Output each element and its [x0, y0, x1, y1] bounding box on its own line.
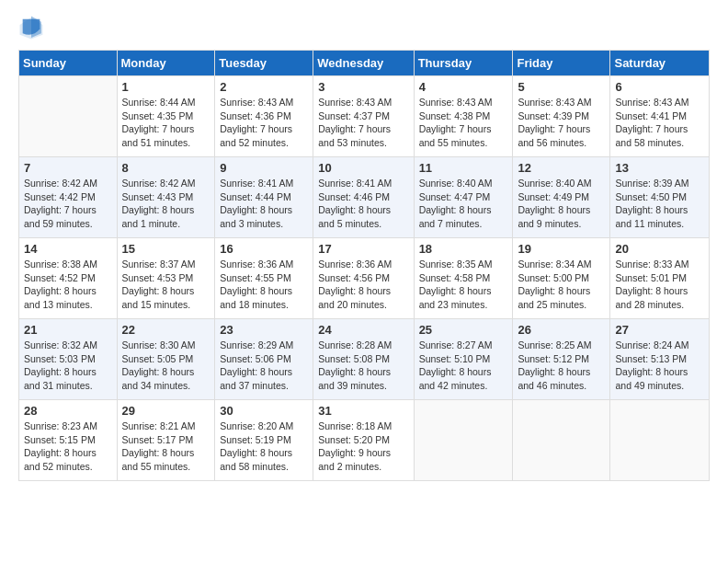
daylight-hours: Daylight: 8 hours and 28 minutes.: [615, 285, 688, 310]
sunset-time: Sunset: 4:56 PM: [318, 272, 390, 283]
weekday-header-monday: Monday: [117, 51, 215, 76]
sunrise-time: Sunrise: 8:41 AM: [220, 178, 293, 189]
sunset-time: Sunset: 4:36 PM: [220, 110, 291, 121]
sunrise-time: Sunrise: 8:36 AM: [318, 259, 392, 270]
sunset-time: Sunset: 4:58 PM: [419, 272, 491, 283]
weekday-header-friday: Friday: [513, 51, 610, 76]
sunset-time: Sunset: 4:35 PM: [122, 110, 194, 121]
sunset-time: Sunset: 5:03 PM: [24, 353, 96, 364]
sunset-time: Sunset: 4:43 PM: [122, 191, 194, 202]
day-info: Sunrise: 8:43 AM Sunset: 4:37 PM Dayligh…: [318, 96, 408, 150]
day-info: Sunrise: 8:28 AM Sunset: 5:08 PM Dayligh…: [318, 339, 408, 393]
week-row-3: 14 Sunrise: 8:38 AM Sunset: 4:52 PM Dayl…: [19, 238, 710, 319]
sunset-time: Sunset: 4:53 PM: [122, 272, 194, 283]
day-number: 9: [220, 161, 308, 175]
calendar-cell: 4 Sunrise: 8:43 AM Sunset: 4:38 PM Dayli…: [414, 76, 513, 157]
daylight-hours: Daylight: 8 hours and 20 minutes.: [318, 285, 391, 310]
weekday-header-row: SundayMondayTuesdayWednesdayThursdayFrid…: [19, 51, 710, 76]
calendar-cell: 20 Sunrise: 8:33 AM Sunset: 5:01 PM Dayl…: [610, 238, 710, 319]
sunrise-time: Sunrise: 8:40 AM: [518, 178, 591, 189]
day-info: Sunrise: 8:20 AM Sunset: 5:19 PM Dayligh…: [220, 419, 308, 474]
logo: [18, 15, 48, 40]
day-info: Sunrise: 8:43 AM Sunset: 4:39 PM Dayligh…: [518, 96, 605, 150]
calendar-cell: 2 Sunrise: 8:43 AM Sunset: 4:36 PM Dayli…: [215, 76, 313, 157]
daylight-hours: Daylight: 8 hours and 11 minutes.: [615, 204, 688, 229]
daylight-hours: Daylight: 8 hours and 23 minutes.: [419, 285, 492, 310]
daylight-hours: Daylight: 8 hours and 13 minutes.: [24, 285, 97, 310]
calendar-cell: 26 Sunrise: 8:25 AM Sunset: 5:12 PM Dayl…: [513, 319, 610, 400]
day-number: 21: [24, 323, 112, 337]
daylight-hours: Daylight: 7 hours and 55 minutes.: [419, 123, 492, 148]
sunrise-time: Sunrise: 8:37 AM: [122, 259, 196, 270]
daylight-hours: Daylight: 9 hours and 2 minutes.: [318, 447, 391, 472]
sunrise-time: Sunrise: 8:36 AM: [220, 259, 293, 270]
sunrise-time: Sunrise: 8:38 AM: [24, 259, 97, 270]
sunset-time: Sunset: 4:41 PM: [615, 110, 687, 121]
day-info: Sunrise: 8:41 AM Sunset: 4:46 PM Dayligh…: [318, 177, 408, 231]
calendar-cell: [610, 400, 710, 481]
day-number: 6: [615, 80, 704, 94]
sunrise-time: Sunrise: 8:29 AM: [220, 339, 293, 350]
day-number: 31: [318, 404, 408, 418]
calendar-cell: [414, 400, 513, 481]
sunrise-time: Sunrise: 8:43 AM: [220, 97, 293, 108]
day-info: Sunrise: 8:35 AM Sunset: 4:58 PM Dayligh…: [419, 258, 508, 312]
daylight-hours: Daylight: 8 hours and 15 minutes.: [122, 285, 195, 310]
day-info: Sunrise: 8:34 AM Sunset: 5:00 PM Dayligh…: [518, 258, 605, 312]
calendar-cell: 17 Sunrise: 8:36 AM Sunset: 4:56 PM Dayl…: [313, 238, 414, 319]
sunset-time: Sunset: 5:15 PM: [24, 434, 96, 445]
calendar-cell: 5 Sunrise: 8:43 AM Sunset: 4:39 PM Dayli…: [513, 76, 610, 157]
day-info: Sunrise: 8:41 AM Sunset: 4:44 PM Dayligh…: [220, 177, 308, 231]
day-info: Sunrise: 8:36 AM Sunset: 4:55 PM Dayligh…: [220, 258, 308, 312]
sunrise-time: Sunrise: 8:35 AM: [419, 259, 493, 270]
weekday-header-thursday: Thursday: [414, 51, 513, 76]
daylight-hours: Daylight: 8 hours and 31 minutes.: [24, 366, 97, 391]
sunrise-time: Sunrise: 8:43 AM: [419, 97, 493, 108]
day-info: Sunrise: 8:36 AM Sunset: 4:56 PM Dayligh…: [318, 258, 408, 312]
sunset-time: Sunset: 4:46 PM: [318, 191, 390, 202]
sunrise-time: Sunrise: 8:18 AM: [318, 420, 392, 431]
day-number: 10: [318, 161, 408, 175]
sunrise-time: Sunrise: 8:42 AM: [122, 178, 196, 189]
day-number: 4: [419, 80, 508, 94]
calendar-cell: 28 Sunrise: 8:23 AM Sunset: 5:15 PM Dayl…: [19, 400, 118, 481]
sunset-time: Sunset: 5:08 PM: [318, 353, 390, 364]
weekday-header-sunday: Sunday: [19, 51, 118, 76]
day-info: Sunrise: 8:24 AM Sunset: 5:13 PM Dayligh…: [615, 339, 704, 393]
calendar-cell: 7 Sunrise: 8:42 AM Sunset: 4:42 PM Dayli…: [19, 157, 118, 238]
calendar-cell: 8 Sunrise: 8:42 AM Sunset: 4:43 PM Dayli…: [117, 157, 215, 238]
day-number: 11: [419, 161, 508, 175]
day-number: 20: [615, 242, 704, 256]
sunset-time: Sunset: 4:47 PM: [419, 191, 491, 202]
calendar-cell: 9 Sunrise: 8:41 AM Sunset: 4:44 PM Dayli…: [215, 157, 313, 238]
day-info: Sunrise: 8:40 AM Sunset: 4:49 PM Dayligh…: [518, 177, 605, 231]
sunrise-time: Sunrise: 8:43 AM: [318, 97, 392, 108]
daylight-hours: Daylight: 7 hours and 59 minutes.: [24, 204, 97, 229]
daylight-hours: Daylight: 8 hours and 1 minute.: [122, 204, 195, 229]
sunrise-time: Sunrise: 8:44 AM: [122, 97, 196, 108]
daylight-hours: Daylight: 7 hours and 53 minutes.: [318, 123, 391, 148]
sunset-time: Sunset: 4:49 PM: [518, 191, 589, 202]
sunset-time: Sunset: 5:13 PM: [615, 353, 687, 364]
day-info: Sunrise: 8:32 AM Sunset: 5:03 PM Dayligh…: [24, 339, 112, 393]
sunset-time: Sunset: 4:50 PM: [615, 191, 687, 202]
week-row-2: 7 Sunrise: 8:42 AM Sunset: 4:42 PM Dayli…: [19, 157, 710, 238]
sunset-time: Sunset: 5:19 PM: [220, 434, 291, 445]
sunrise-time: Sunrise: 8:30 AM: [122, 339, 196, 350]
week-row-1: 1 Sunrise: 8:44 AM Sunset: 4:35 PM Dayli…: [19, 76, 710, 157]
day-number: 5: [518, 80, 605, 94]
day-number: 15: [122, 242, 210, 256]
day-number: 1: [122, 80, 210, 94]
sunset-time: Sunset: 5:00 PM: [518, 272, 589, 283]
week-row-5: 28 Sunrise: 8:23 AM Sunset: 5:15 PM Dayl…: [19, 400, 710, 481]
day-number: 12: [518, 161, 605, 175]
sunrise-time: Sunrise: 8:34 AM: [518, 259, 591, 270]
day-number: 24: [318, 323, 408, 337]
day-info: Sunrise: 8:18 AM Sunset: 5:20 PM Dayligh…: [318, 419, 408, 474]
daylight-hours: Daylight: 7 hours and 56 minutes.: [518, 123, 590, 148]
calendar-cell: 6 Sunrise: 8:43 AM Sunset: 4:41 PM Dayli…: [610, 76, 710, 157]
day-number: 7: [24, 161, 112, 175]
sunrise-time: Sunrise: 8:24 AM: [615, 339, 688, 350]
day-info: Sunrise: 8:33 AM Sunset: 5:01 PM Dayligh…: [615, 258, 704, 312]
daylight-hours: Daylight: 8 hours and 46 minutes.: [518, 366, 590, 391]
